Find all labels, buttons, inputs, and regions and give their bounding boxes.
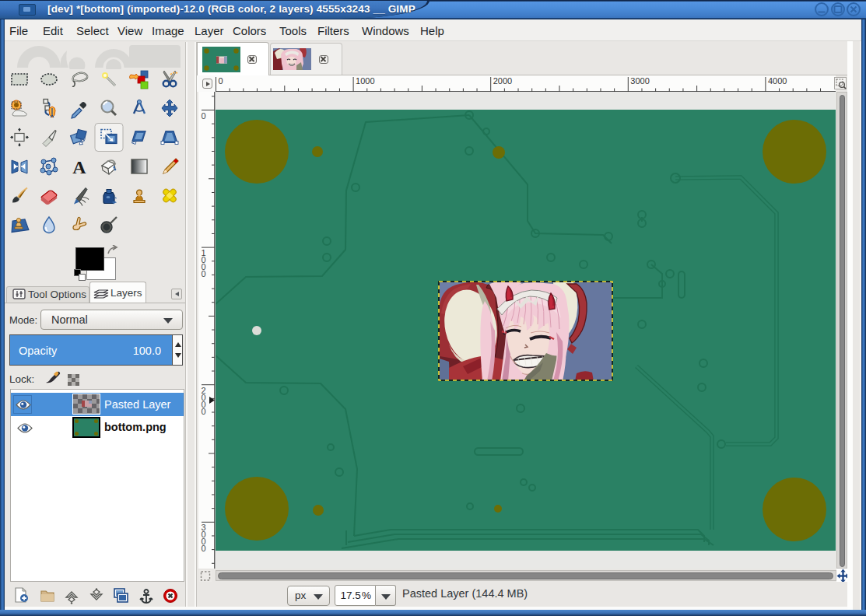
svg-text:0: 0 (202, 269, 206, 278)
svg-text:3000: 3000 (630, 76, 649, 86)
svg-text:A: A (72, 157, 86, 177)
svg-text:1000: 1000 (356, 76, 374, 86)
svg-text:0: 0 (202, 544, 206, 553)
svg-text:2000: 2000 (493, 76, 512, 86)
svg-text:0: 0 (202, 111, 206, 121)
svg-text:0: 0 (219, 76, 223, 86)
svg-text:0: 0 (202, 407, 206, 416)
svg-text:4000: 4000 (768, 76, 787, 86)
